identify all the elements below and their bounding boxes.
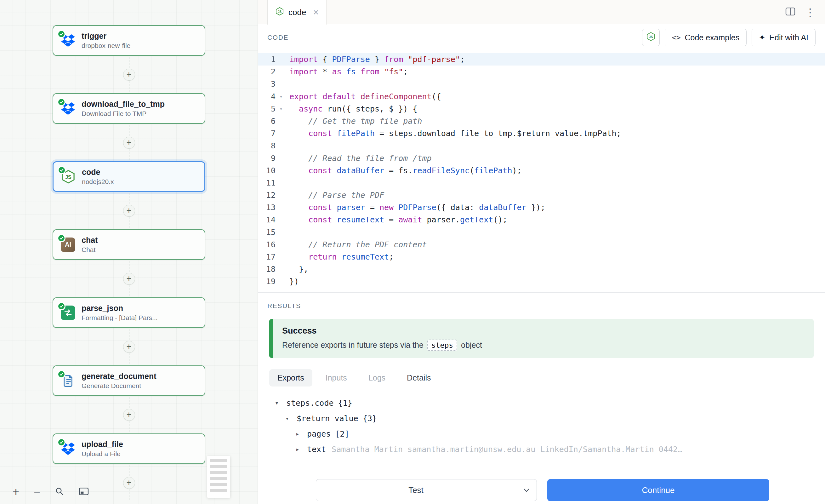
line-number: 18 bbox=[258, 263, 284, 275]
line-number: 15 bbox=[258, 226, 284, 238]
line-number: 10 bbox=[258, 164, 284, 177]
tree-row-text[interactable]: ▸textSamantha Martin samantha.martin@uns… bbox=[275, 442, 814, 457]
code-line-9[interactable]: 9 // Read the file from /tmp bbox=[258, 152, 825, 164]
connector: + bbox=[53, 396, 205, 433]
tree-row-steps.code[interactable]: ▾steps.code{1} bbox=[275, 395, 814, 411]
split-view-icon[interactable] bbox=[785, 7, 796, 17]
workflow-node-generate_document[interactable]: generate_documentGenerate Document bbox=[53, 365, 205, 396]
node-text: chatChat bbox=[82, 236, 98, 254]
line-number: 3 bbox=[258, 78, 284, 90]
workflow-node-chat[interactable]: AIchatChat bbox=[53, 229, 205, 260]
line-number: 5▾ bbox=[258, 103, 284, 115]
caret-right-icon[interactable]: ▸ bbox=[296, 445, 307, 453]
document-icon bbox=[61, 374, 75, 388]
edit-with-ai-button[interactable]: ✦ Edit with AI bbox=[752, 29, 816, 46]
test-dropdown-button[interactable] bbox=[516, 480, 537, 501]
fold-caret-icon[interactable]: ▾ bbox=[280, 103, 283, 115]
code-line-19[interactable]: 19}) bbox=[258, 275, 825, 288]
document-preview-thumbnail bbox=[207, 456, 230, 498]
tab-label: code bbox=[288, 8, 306, 17]
line-number: 12 bbox=[258, 189, 284, 201]
add-step-button[interactable]: + bbox=[123, 409, 135, 421]
add-step-button[interactable]: + bbox=[123, 341, 135, 353]
code-editor[interactable]: 1import { PDFParse } from "pdf-parse";2i… bbox=[258, 51, 825, 293]
code-examples-button[interactable]: <> Code examples bbox=[665, 29, 747, 46]
caret-down-icon[interactable]: ▾ bbox=[275, 399, 286, 407]
fold-caret-icon[interactable]: ▾ bbox=[280, 91, 283, 103]
add-step-button[interactable]: + bbox=[123, 273, 135, 285]
code-line-7[interactable]: 7 const filePath = steps.download_file_t… bbox=[258, 127, 825, 140]
results-tab-exports[interactable]: Exports bbox=[269, 369, 312, 386]
minimap-toggle-icon[interactable] bbox=[79, 487, 89, 497]
code-line-5[interactable]: 5▾ async run({ steps, $ }) { bbox=[258, 103, 825, 115]
success-check-icon bbox=[57, 234, 66, 242]
code-line-11[interactable]: 11 bbox=[258, 177, 825, 189]
caret-right-icon[interactable]: ▸ bbox=[296, 430, 307, 438]
action-footer: Test Continue bbox=[258, 476, 825, 504]
tab-code[interactable]: JS code × bbox=[267, 0, 326, 24]
zoom-fit-icon[interactable] bbox=[55, 487, 64, 497]
success-banner: Success Reference exports in future step… bbox=[269, 319, 814, 358]
code-line-6[interactable]: 6 // Get the tmp file path bbox=[258, 115, 825, 127]
code-line-8[interactable]: 8 bbox=[258, 140, 825, 152]
nodejs-icon: JS bbox=[646, 32, 656, 43]
success-check-icon bbox=[57, 302, 66, 310]
nodejs-runtime-button[interactable]: JS bbox=[642, 29, 660, 46]
code-line-18[interactable]: 18 }, bbox=[258, 263, 825, 275]
code-line-text: // Parse the PDF bbox=[284, 189, 384, 201]
results-tab-logs[interactable]: Logs bbox=[360, 369, 394, 386]
workflow-node-parse_json[interactable]: parse_jsonFormatting - [Data] Pars... bbox=[53, 297, 205, 328]
svg-text:JS: JS bbox=[649, 35, 653, 39]
workflow-node-download_file_to_tmp[interactable]: download_file_to_tmpDownload File to TMP bbox=[53, 93, 205, 124]
results-tab-details[interactable]: Details bbox=[399, 369, 439, 386]
add-step-button[interactable]: + bbox=[123, 477, 135, 489]
add-step-button[interactable]: + bbox=[123, 137, 135, 149]
more-options-icon[interactable]: ⋮ bbox=[805, 6, 816, 18]
workflow-node-trigger[interactable]: triggerdropbox-new-file bbox=[53, 25, 205, 56]
add-step-button[interactable]: + bbox=[123, 69, 135, 81]
line-number: 16 bbox=[258, 238, 284, 251]
test-button[interactable]: Test bbox=[316, 480, 516, 501]
results-tab-inputs[interactable]: Inputs bbox=[317, 369, 355, 386]
tree-row-pages[interactable]: ▸pages[2] bbox=[275, 426, 814, 442]
code-line-13[interactable]: 13 const parser = new PDFParse({ data: d… bbox=[258, 201, 825, 214]
code-line-text: async run({ steps, $ }) { bbox=[284, 103, 417, 115]
tree-count: [2] bbox=[335, 429, 349, 438]
tree-key: text bbox=[307, 445, 326, 454]
results-tabs: ExportsInputsLogsDetails bbox=[258, 358, 825, 386]
zoom-in-icon[interactable]: + bbox=[13, 486, 19, 498]
line-number: 8 bbox=[258, 140, 284, 152]
parse-icon bbox=[61, 305, 75, 320]
code-line-12[interactable]: 12 // Parse the PDF bbox=[258, 189, 825, 201]
workflow-node-upload_file[interactable]: upload_fileUpload a File bbox=[53, 433, 205, 464]
tree-value: Samantha Martin samantha.martin@unsw.edu… bbox=[331, 445, 682, 454]
node-subtitle: Formatting - [Data] Pars... bbox=[82, 314, 158, 321]
code-line-17[interactable]: 17 return resumeText; bbox=[258, 251, 825, 263]
code-line-15[interactable]: 15 bbox=[258, 226, 825, 238]
code-line-14[interactable]: 14 const resumeText = await parser.getTe… bbox=[258, 214, 825, 226]
line-number: 13 bbox=[258, 201, 284, 214]
tree-row-$return_value[interactable]: ▾$return_value{3} bbox=[275, 411, 814, 426]
add-step-button[interactable]: + bbox=[123, 205, 135, 217]
steps-object-chip[interactable]: steps bbox=[427, 340, 457, 351]
zoom-out-icon[interactable]: − bbox=[34, 486, 40, 498]
workflow-panel: triggerdropbox-new-file+download_file_to… bbox=[0, 0, 258, 504]
code-line-text: const resumeText = await parser.getText(… bbox=[284, 214, 507, 226]
line-number: 7 bbox=[258, 127, 284, 140]
dropbox-icon bbox=[61, 33, 75, 48]
close-icon[interactable]: × bbox=[313, 7, 319, 18]
caret-down-icon[interactable]: ▾ bbox=[285, 415, 297, 422]
workflow-node-code[interactable]: JScodenodejs20.x bbox=[53, 161, 205, 192]
line-number: 9 bbox=[258, 152, 284, 164]
continue-button[interactable]: Continue bbox=[547, 479, 769, 501]
code-line-3[interactable]: 3 bbox=[258, 78, 825, 90]
code-line-4[interactable]: 4▾export default defineComponent({ bbox=[258, 90, 825, 103]
canvas-controls: + − bbox=[13, 486, 89, 498]
success-check-icon bbox=[57, 370, 66, 378]
code-line-1[interactable]: 1import { PDFParse } from "pdf-parse"; bbox=[258, 53, 825, 66]
code-line-16[interactable]: 16 // Return the PDF content bbox=[258, 238, 825, 251]
code-line-2[interactable]: 2import * as fs from "fs"; bbox=[258, 66, 825, 78]
code-line-10[interactable]: 10 const dataBuffer = fs.readFileSync(fi… bbox=[258, 164, 825, 177]
success-check-icon bbox=[57, 98, 66, 106]
node-text: parse_jsonFormatting - [Data] Pars... bbox=[82, 304, 158, 321]
